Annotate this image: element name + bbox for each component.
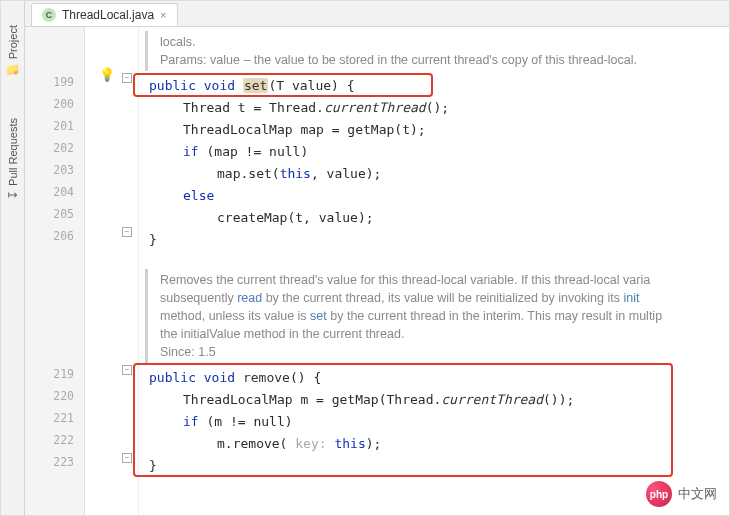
- watermark: php 中文网: [642, 479, 721, 509]
- doc-link-set[interactable]: set: [310, 309, 327, 323]
- line-number: 223: [25, 451, 84, 473]
- gutter-icons: 💡 − − − −: [85, 27, 139, 515]
- fold-toggle[interactable]: −: [122, 73, 132, 83]
- php-logo-icon: php: [646, 481, 672, 507]
- line-number: 201: [25, 115, 84, 137]
- line-number: 220: [25, 385, 84, 407]
- javadoc-block-remove: Removes the current thread's value for t…: [145, 269, 719, 363]
- line-number: 222: [25, 429, 84, 451]
- method-remove: public void remove() { ThreadLocalMap m …: [139, 367, 727, 477]
- pull-requests-label: Pull Requests: [7, 118, 19, 186]
- pull-requests-icon: ↧: [6, 190, 20, 200]
- close-icon[interactable]: ×: [160, 9, 166, 21]
- doc-params-label: Params:: [160, 53, 207, 67]
- line-number: 221: [25, 407, 84, 429]
- project-tool-button[interactable]: 📁 Project: [6, 25, 20, 78]
- line-number-gutter: 199 200 201 202 203 204 205 206 219 220 …: [25, 27, 85, 515]
- line-number: 219: [25, 363, 84, 385]
- folder-icon: 📁: [6, 63, 20, 78]
- line-number: 206: [25, 225, 84, 247]
- method-set: public void set(T value) { Thread t = Th…: [139, 75, 727, 251]
- doc-params-text: value – the value to be stored in the cu…: [207, 53, 637, 67]
- tool-window-bar: 📁 Project ↧ Pull Requests: [1, 1, 25, 515]
- line-number: 200: [25, 93, 84, 115]
- doc-link-read[interactable]: read: [237, 291, 262, 305]
- code-editor[interactable]: locals. Params: value – the value to be …: [139, 27, 727, 515]
- editor-tab-threadlocal[interactable]: C ThreadLocal.java ×: [31, 3, 178, 26]
- java-class-icon: C: [42, 8, 56, 22]
- fold-toggle[interactable]: −: [122, 227, 132, 237]
- fold-toggle[interactable]: −: [122, 453, 132, 463]
- javadoc-block-set: locals. Params: value – the value to be …: [145, 31, 719, 71]
- fold-toggle[interactable]: −: [122, 365, 132, 375]
- doc-since-label: Since:: [160, 345, 195, 359]
- line-number: 202: [25, 137, 84, 159]
- line-number: 203: [25, 159, 84, 181]
- intention-bulb-icon[interactable]: 💡: [99, 67, 115, 82]
- doc-link-init[interactable]: init: [623, 291, 639, 305]
- editor-tab-bar: C ThreadLocal.java ×: [25, 1, 729, 27]
- doc-text: locals.: [160, 33, 711, 51]
- project-label: Project: [7, 25, 19, 59]
- pull-requests-tool-button[interactable]: ↧ Pull Requests: [6, 118, 20, 200]
- watermark-text: 中文网: [678, 485, 717, 503]
- line-number: 204: [25, 181, 84, 203]
- tab-filename: ThreadLocal.java: [62, 8, 154, 22]
- line-number: 199: [25, 71, 84, 93]
- line-number: 205: [25, 203, 84, 225]
